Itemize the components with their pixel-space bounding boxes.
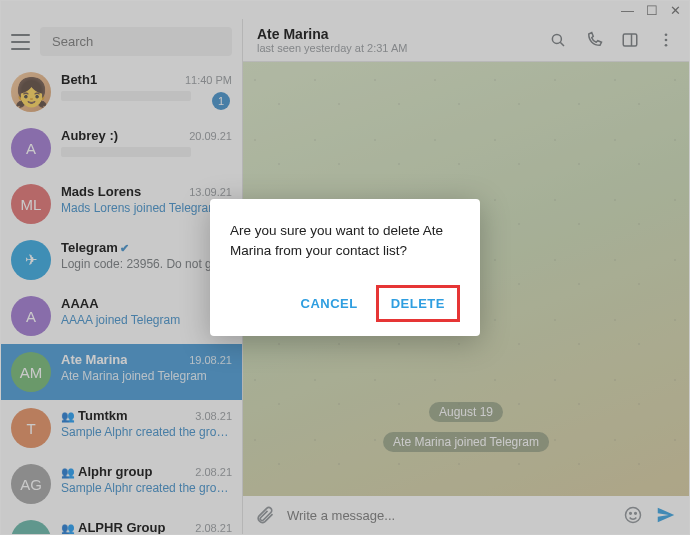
window-controls: — ☐ ✕ xyxy=(621,3,681,18)
cancel-button[interactable]: CANCEL xyxy=(289,285,370,322)
maximize-button[interactable]: ☐ xyxy=(646,3,658,18)
close-button[interactable]: ✕ xyxy=(670,3,681,18)
minimize-button[interactable]: — xyxy=(621,3,634,18)
confirm-dialog: Are you sure you want to delete Ate Mari… xyxy=(210,199,480,335)
delete-highlight: DELETE xyxy=(376,285,460,322)
delete-button[interactable]: DELETE xyxy=(379,288,457,319)
dialog-message: Are you sure you want to delete Ate Mari… xyxy=(230,221,460,260)
modal-overlay[interactable]: Are you sure you want to delete Ate Mari… xyxy=(1,1,689,534)
